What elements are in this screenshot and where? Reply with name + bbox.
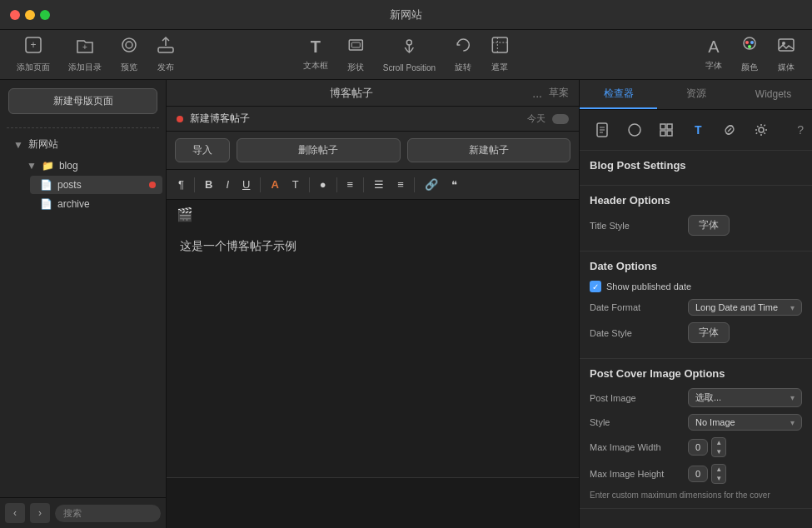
font-button[interactable]: A 字体 [697, 32, 730, 77]
sidebar-item-posts[interactable]: 📄 posts [30, 176, 162, 194]
fill-color-button[interactable]: ● [315, 177, 331, 192]
blog-post-item[interactable]: 新建博客帖子 今天 [167, 107, 579, 131]
svg-text:T: T [695, 123, 702, 137]
svg-rect-24 [660, 131, 665, 136]
media-button[interactable]: 媒体 [769, 31, 804, 78]
close-button[interactable] [10, 10, 20, 20]
blog-label: blog [59, 160, 156, 172]
tab-inspector[interactable]: 检查器 [580, 80, 657, 109]
inspector-circle-icon-btn[interactable] [620, 117, 650, 143]
date-format-select[interactable]: Long Date and Time ▾ [688, 299, 802, 316]
bullet-button[interactable]: ≡ [392, 177, 409, 192]
add-page-button[interactable]: + 添加页面 [8, 31, 58, 78]
type-style-button[interactable]: T [287, 177, 304, 192]
date-format-row: Date Format Long Date and Time ▾ [590, 299, 802, 316]
max-width-decrement[interactable]: ▼ [712, 447, 725, 456]
date-format-value: Long Date and Time [695, 302, 778, 312]
nav-back-button[interactable]: ‹ [5, 503, 25, 523]
svg-point-8 [406, 40, 411, 45]
svg-point-13 [750, 41, 754, 44]
text-color-button[interactable]: A [266, 177, 283, 192]
shape-button[interactable]: 形状 [338, 31, 373, 78]
max-height-field[interactable]: 0 [688, 466, 708, 482]
title-style-button[interactable]: 字体 [688, 215, 730, 236]
show-published-checkbox[interactable]: ✓ [590, 281, 601, 292]
max-width-increment[interactable]: ▲ [712, 438, 725, 447]
post-image-select[interactable]: 选取... ▾ [688, 388, 802, 407]
list-button[interactable]: ☰ [369, 177, 389, 192]
fullscreen-button[interactable] [40, 10, 50, 20]
scroll-position-button[interactable]: Scroll Position [375, 32, 444, 77]
shape-icon [346, 36, 365, 58]
post-status-dot [177, 116, 183, 122]
post-title: 新建博客帖子 [190, 112, 521, 126]
video-icon[interactable]: 🎬 [167, 200, 579, 229]
blog-post-settings-section: Blog Post Settings [580, 151, 812, 186]
new-post-button[interactable]: 新建帖子 [407, 138, 571, 162]
inspector-doc-icon-btn[interactable] [588, 117, 618, 143]
blog-header-dots[interactable]: ... [532, 87, 542, 100]
max-height-stepper[interactable]: ▲ ▼ [711, 464, 726, 484]
date-style-button[interactable]: 字体 [688, 322, 730, 343]
italic-button[interactable]: I [221, 177, 234, 192]
minimize-button[interactable] [25, 10, 35, 20]
anchor-icon [400, 37, 418, 60]
draft-label: 草案 [549, 86, 569, 100]
publish-button[interactable]: 发布 [148, 31, 183, 78]
doc-icon: 📄 [40, 179, 52, 191]
inspector-grid-icon-btn[interactable] [651, 117, 681, 143]
max-height-increment[interactable]: ▲ [712, 465, 725, 474]
max-width-field[interactable]: 0 [688, 439, 708, 456]
underline-button[interactable]: U [237, 177, 255, 192]
blog-post-settings-title: Blog Post Settings [590, 159, 802, 172]
sidebar-item-blog[interactable]: ▼ 📁 blog [17, 157, 162, 175]
date-options-title: Date Options [590, 260, 802, 272]
max-height-decrement[interactable]: ▼ [712, 474, 725, 483]
max-height-label: Max Image Height [590, 469, 681, 479]
paragraph-style-button[interactable]: ¶ [173, 177, 189, 192]
new-master-page-button[interactable]: 新建母版页面 [8, 88, 157, 114]
header-options-section: Header Options Title Style 字体 [580, 186, 812, 252]
max-width-stepper[interactable]: ▲ ▼ [711, 437, 726, 457]
tab-widgets[interactable]: Widgets [735, 80, 812, 109]
preview-label: 预览 [121, 62, 137, 73]
shape-label: 形状 [347, 62, 364, 73]
help-icon[interactable]: ? [797, 123, 804, 137]
tab-resources[interactable]: 资源 [657, 80, 735, 109]
type-style-icon: T [292, 178, 299, 191]
mask-button[interactable]: 遮罩 [482, 31, 517, 78]
title-style-row: Title Style 字体 [590, 215, 802, 236]
inspector-gear-icon-btn[interactable] [746, 117, 776, 143]
bold-button[interactable]: B [200, 177, 217, 192]
style-select[interactable]: No Image ▾ [688, 414, 802, 431]
quote-button[interactable]: ❝ [446, 177, 462, 192]
link-button[interactable]: 🔗 [420, 177, 443, 192]
inspector-text-icon-btn[interactable]: T [683, 117, 713, 143]
toolbar-separator [194, 177, 195, 192]
post-toggle[interactable] [552, 114, 569, 124]
sidebar-search[interactable]: 搜索 [55, 505, 161, 522]
inspector-icon-row: T ? [580, 110, 812, 151]
scroll-position-label: Scroll Position [383, 63, 436, 72]
sidebar-bottom: ‹ › 搜索 [0, 497, 166, 528]
sidebar-item-archive[interactable]: 📄 archive [30, 195, 162, 213]
show-published-label: Show published date [606, 281, 691, 291]
nav-forward-button[interactable]: › [30, 503, 50, 523]
preview-button[interactable]: 预览 [112, 31, 147, 78]
align-button[interactable]: ≡ [342, 177, 359, 192]
editor-content[interactable]: 这是一个博客帖子示例 [167, 229, 579, 478]
delete-post-button[interactable]: 删除帖子 [237, 138, 401, 162]
rotate-button[interactable]: 旋转 [446, 31, 481, 78]
color-button[interactable]: 颜色 [732, 31, 767, 78]
add-dir-button[interactable]: + 添加目录 [60, 31, 110, 78]
inspector-link-icon-btn[interactable] [715, 117, 745, 143]
sidebar-item-site[interactable]: ▼ 新网站 [3, 134, 162, 155]
import-button[interactable]: 导入 [175, 138, 230, 162]
search-placeholder: 搜索 [63, 508, 82, 518]
date-format-label: Date Format [590, 302, 681, 312]
back-icon: ‹ [13, 507, 17, 519]
textbox-button[interactable]: T 文本框 [295, 32, 336, 77]
max-width-value: 0 [695, 442, 700, 452]
inspector-tabs: 检查器 资源 Widgets [580, 80, 812, 110]
toolbar-right-group: A 字体 颜色 媒体 [697, 31, 804, 78]
